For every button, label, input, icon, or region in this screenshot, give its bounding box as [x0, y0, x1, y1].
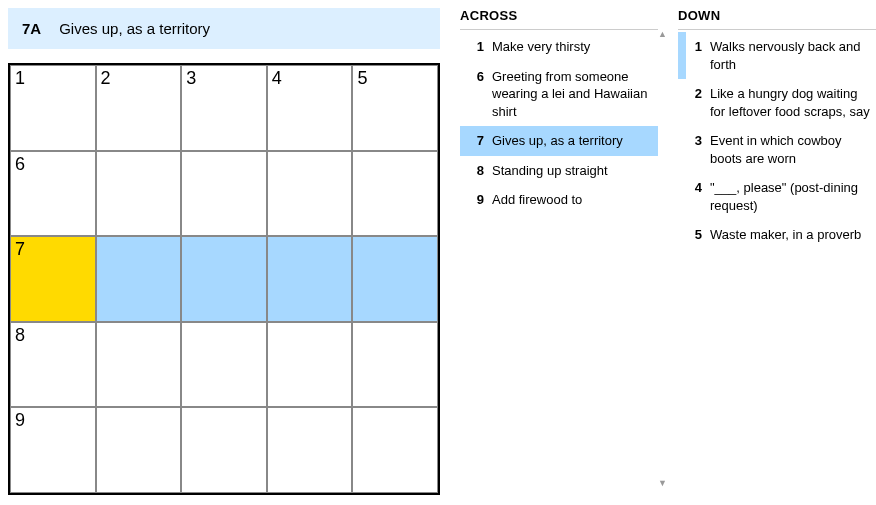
grid-cell[interactable] [352, 407, 438, 493]
clue-number: 9 [468, 191, 492, 209]
grid-cell[interactable] [181, 236, 267, 322]
across-clue-7[interactable]: 7Gives up, as a territory [460, 126, 658, 156]
grid-cell[interactable] [267, 151, 353, 237]
across-clue-9[interactable]: 9Add firewood to [460, 185, 658, 215]
across-column: ACROSS 1Make very thirsty6Greeting from … [460, 8, 658, 488]
down-clue-5[interactable]: 5Waste maker, in a proverb [678, 220, 876, 250]
cell-number: 2 [101, 68, 111, 89]
left-panel: 7A Gives up, as a territory 123456789 [8, 8, 440, 495]
grid-cell[interactable] [267, 407, 353, 493]
clue-number: 1 [686, 38, 710, 73]
clue-number: 3 [686, 132, 710, 167]
clue-number: 5 [686, 226, 710, 244]
cell-number: 1 [15, 68, 25, 89]
across-header: ACROSS [460, 8, 658, 30]
grid-cell[interactable]: 3 [181, 65, 267, 151]
down-clue-3[interactable]: 3Event in which cowboy boots are worn [678, 126, 876, 173]
clue-text: Walks nervously back and forth [710, 38, 870, 73]
clue-text: Add firewood to [492, 191, 652, 209]
cell-number: 3 [186, 68, 196, 89]
down-clue-4[interactable]: 4"___, please" (post-dining request) [678, 173, 876, 220]
down-column: DOWN 1Walks nervously back and forth2Lik… [678, 8, 876, 488]
cell-number: 7 [15, 239, 25, 260]
down-clue-2[interactable]: 2Like a hungry dog waiting for leftover … [678, 79, 876, 126]
grid-cell[interactable] [267, 322, 353, 408]
grid-cell[interactable]: 5 [352, 65, 438, 151]
down-clue-1[interactable]: 1Walks nervously back and forth [678, 32, 876, 79]
grid-cell[interactable] [352, 151, 438, 237]
scroll-down-icon: ▼ [658, 479, 664, 488]
cell-number: 9 [15, 410, 25, 431]
clue-text: "___, please" (post-dining request) [710, 179, 870, 214]
current-clue-bar: 7A Gives up, as a territory [8, 8, 440, 49]
clue-number: 1 [468, 38, 492, 56]
cell-number: 5 [357, 68, 367, 89]
grid-cell[interactable] [267, 236, 353, 322]
scrollbar[interactable]: ▲ ▼ [658, 30, 664, 488]
clue-number: 2 [686, 85, 710, 120]
crossword-layout: 7A Gives up, as a territory 123456789 AC… [8, 8, 868, 495]
grid-cell[interactable] [352, 236, 438, 322]
down-header: DOWN [678, 8, 876, 30]
clue-number: 4 [686, 179, 710, 214]
grid-cell[interactable] [352, 322, 438, 408]
clue-text: Event in which cowboy boots are worn [710, 132, 870, 167]
cell-number: 6 [15, 154, 25, 175]
grid-cell[interactable] [181, 407, 267, 493]
clue-number: 7 [468, 132, 492, 150]
clue-text: Greeting from someone wearing a lei and … [492, 68, 652, 121]
clue-number: 6 [468, 68, 492, 121]
grid-cell[interactable] [96, 322, 182, 408]
grid-cell[interactable]: 1 [10, 65, 96, 151]
across-clue-list: 1Make very thirsty6Greeting from someone… [460, 32, 658, 215]
across-clue-1[interactable]: 1Make very thirsty [460, 32, 658, 62]
clue-text: Like a hungry dog waiting for leftover f… [710, 85, 870, 120]
down-clue-list: 1Walks nervously back and forth2Like a h… [678, 32, 876, 250]
grid-cell[interactable]: 9 [10, 407, 96, 493]
grid-cell[interactable]: 7 [10, 236, 96, 322]
grid-cell[interactable] [181, 151, 267, 237]
across-clue-8[interactable]: 8Standing up straight [460, 156, 658, 186]
clue-text: Waste maker, in a proverb [710, 226, 870, 244]
grid-cell[interactable]: 2 [96, 65, 182, 151]
clue-number: 8 [468, 162, 492, 180]
grid-cell[interactable] [96, 407, 182, 493]
current-clue-label: 7A [22, 20, 41, 37]
clue-text: Make very thirsty [492, 38, 652, 56]
crossword-grid[interactable]: 123456789 [8, 63, 440, 495]
across-clue-6[interactable]: 6Greeting from someone wearing a lei and… [460, 62, 658, 127]
current-clue-text: Gives up, as a territory [59, 20, 210, 37]
clue-text: Standing up straight [492, 162, 652, 180]
grid-cell[interactable] [96, 236, 182, 322]
grid-cell[interactable] [181, 322, 267, 408]
cell-number: 8 [15, 325, 25, 346]
grid-cell[interactable] [96, 151, 182, 237]
scroll-up-icon: ▲ [658, 30, 664, 39]
grid-cell[interactable]: 4 [267, 65, 353, 151]
clue-text: Gives up, as a territory [492, 132, 652, 150]
grid-cell[interactable]: 6 [10, 151, 96, 237]
grid-cell[interactable]: 8 [10, 322, 96, 408]
cell-number: 4 [272, 68, 282, 89]
